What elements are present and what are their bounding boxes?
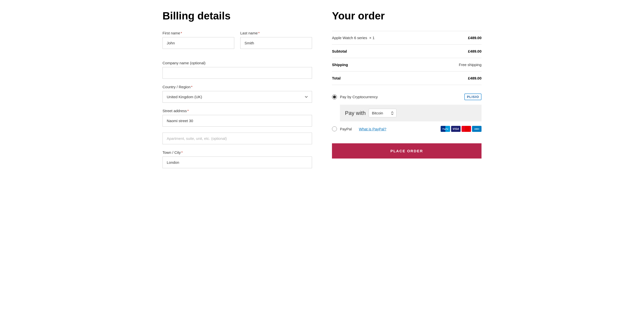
total-row: Total £489.00 (332, 72, 482, 85)
mastercard-icon (462, 126, 471, 132)
crypto-payment-option: Pay by Cryptocurrency PLISIO (332, 90, 482, 104)
billing-section: Billing details First name* Last name* C… (162, 10, 312, 174)
required-star-lastname: * (258, 31, 260, 35)
country-select[interactable]: United Kingdom (UK) United States German… (162, 91, 312, 103)
company-name-group: Company name (optional) (162, 61, 312, 79)
paypal-pp-icon: PayPal (441, 126, 450, 132)
paypal-label: PayPal (340, 127, 352, 131)
payment-options: Pay by Cryptocurrency PLISIO Pay with Bi… (332, 90, 482, 135)
subtotal-label: Subtotal (332, 44, 430, 58)
apartment-input[interactable] (162, 132, 312, 144)
company-name-input[interactable] (162, 67, 312, 79)
required-star-street: * (188, 109, 189, 113)
order-item-row: Apple Watch 6 series × 1 £489.00 (332, 31, 482, 44)
country-label: Country / Region* (162, 85, 312, 89)
visa-icon: VISA (451, 126, 460, 132)
last-name-label: Last name* (240, 31, 312, 35)
paypal-radio[interactable] (332, 126, 337, 131)
required-star-country: * (191, 85, 193, 89)
required-star-town: * (181, 150, 183, 154)
cryptocurrency-select[interactable]: Bitcoin Ethereum Litecoin USDT USDC (368, 109, 396, 118)
first-name-group: First name* (162, 31, 234, 49)
shipping-label: Shipping (332, 58, 430, 72)
first-name-label: First name* (162, 31, 234, 35)
town-city-group: Town / City* (162, 150, 312, 168)
paypal-option-left: PayPal What is PayPal? (332, 126, 386, 131)
subtotal-value: £489.00 (430, 44, 482, 58)
product-price: £489.00 (430, 31, 482, 44)
crypto-label: Pay by Cryptocurrency (340, 95, 378, 99)
street-address-group: Street address* (162, 109, 312, 126)
plisio-logo: PLISIO (464, 94, 482, 100)
total-label: Total (332, 72, 430, 85)
last-name-group: Last name* (240, 31, 312, 49)
pay-with-row: Pay with Bitcoin Ethereum Litecoin USDT … (340, 105, 482, 122)
town-city-label: Town / City* (162, 150, 312, 154)
paypal-payment-option: PayPal What is PayPal? PayPal VISA AMEX (332, 122, 482, 135)
company-name-label: Company name (optional) (162, 61, 312, 65)
pay-with-label: Pay with (345, 110, 366, 116)
billing-title: Billing details (162, 10, 312, 22)
town-city-input[interactable] (162, 156, 312, 168)
amex-icon: AMEX (472, 126, 482, 132)
subtotal-row: Subtotal £489.00 (332, 44, 482, 58)
order-section: Your order Apple Watch 6 series × 1 £489… (332, 10, 482, 174)
crypto-option-left: Pay by Cryptocurrency (332, 94, 378, 100)
required-star: * (181, 31, 182, 35)
paypal-icons: PayPal VISA AMEX (441, 126, 482, 132)
crypto-radio[interactable] (332, 94, 337, 100)
street-address-label: Street address* (162, 109, 312, 113)
product-name: Apple Watch 6 series × 1 (332, 31, 430, 44)
shipping-row: Shipping Free shipping (332, 58, 482, 72)
paypal-what-is-link[interactable]: What is PayPal? (359, 127, 386, 131)
product-quantity: × 1 (369, 36, 374, 40)
last-name-input[interactable] (240, 37, 312, 49)
shipping-value: Free shipping (430, 58, 482, 72)
apartment-group (162, 132, 312, 144)
street-address-input[interactable] (162, 115, 312, 126)
total-value: £489.00 (430, 72, 482, 85)
order-title: Your order (332, 10, 482, 22)
country-group: Country / Region* United Kingdom (UK) Un… (162, 85, 312, 103)
order-table: Apple Watch 6 series × 1 £489.00 Subtota… (332, 31, 482, 85)
place-order-button[interactable]: PLACE ORDER (332, 143, 482, 158)
first-name-input[interactable] (162, 37, 234, 49)
